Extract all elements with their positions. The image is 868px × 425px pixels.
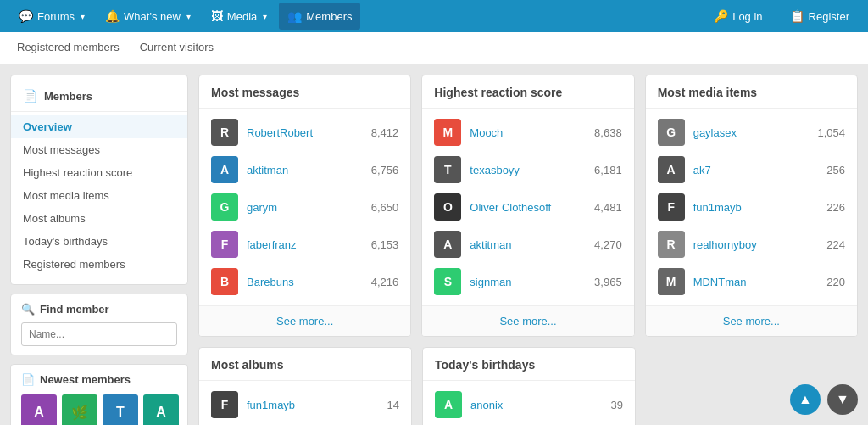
avatar: A [211, 156, 238, 183]
username-link[interactable]: realhornyboy [693, 238, 819, 251]
avatar: F [211, 391, 238, 418]
username-link[interactable]: garym [247, 201, 363, 214]
username-link[interactable]: Oliver Clothesoff [470, 201, 586, 214]
username-link[interactable]: aktitman [247, 164, 363, 176]
avatar: G [211, 193, 238, 221]
newest-members-icon: 📄 [21, 373, 35, 386]
avatar: G [658, 119, 685, 146]
sidebar-item-birthdays[interactable]: Today's birthdays [11, 230, 187, 253]
avatar: A [434, 231, 461, 258]
username-link[interactable]: Mooch [470, 126, 586, 139]
find-member-input[interactable] [21, 322, 177, 346]
username-link[interactable]: fun1mayb [247, 399, 379, 411]
username-link[interactable]: signman [470, 276, 586, 288]
count-value: 3,965 [594, 276, 622, 288]
avatar: B [211, 268, 238, 295]
highest-reaction-list: M Mooch 8,638 T texasboyy 6,181 [422, 109, 633, 305]
username-link[interactable]: gaylasex [693, 126, 810, 139]
nav-login[interactable]: 🔑 Log in [705, 3, 771, 30]
newest-member-avatar-0[interactable]: A [21, 394, 57, 425]
count-value: 4,270 [594, 238, 622, 251]
most-albums-list: F fun1mayb 14 Y yfdonno 12 S [199, 381, 411, 425]
see-more-reaction-button[interactable]: See more... [422, 305, 633, 336]
table-row: F fun1mayb 226 [646, 188, 857, 226]
username-link[interactable]: texasboyy [470, 164, 586, 176]
most-media-list: G gaylasex 1,054 A ak7 256 F [646, 109, 857, 305]
table-row: R RobertRobert 8,412 [199, 114, 410, 151]
username-link[interactable]: faberfranz [247, 238, 363, 251]
table-row: T texasboyy 6,181 [422, 151, 633, 188]
sidebar-item-overview[interactable]: Overview [11, 115, 187, 138]
username-link[interactable]: Barebuns [247, 276, 363, 288]
count-value: 224 [826, 238, 845, 251]
find-member-section: 🔍 Find member [10, 294, 188, 355]
most-messages-list: R RobertRobert 8,412 A aktitman 6,756 [199, 109, 410, 305]
table-row: M MDNTman 220 [646, 263, 857, 300]
newest-members-title: 📄 Newest members [21, 373, 177, 386]
nav-media-label: Media [227, 10, 257, 23]
table-row: F fun1mayb 14 [199, 386, 411, 423]
username-link[interactable]: anonix [470, 399, 603, 411]
whats-new-icon: 🔔 [105, 9, 120, 23]
see-more-messages-button[interactable]: See more... [199, 305, 410, 336]
username-link[interactable]: RobertRobert [247, 126, 363, 139]
subnav-registered[interactable]: Registered members [14, 32, 123, 64]
highest-reaction-panel: Highest reaction score M Mooch 8,638 T t… [421, 75, 634, 337]
table-row: A aktitman 4,270 [422, 226, 633, 263]
birthdays-title: Today's birthdays [423, 348, 635, 381]
members-menu-title: Members [44, 90, 92, 103]
nav-login-label: Log in [732, 10, 762, 23]
nav-media[interactable]: 🖼 Media ▾ [203, 3, 275, 30]
username-link[interactable]: MDNTman [693, 276, 819, 288]
table-row: S signman 3,965 [422, 263, 633, 300]
scroll-up-button[interactable]: ▲ [790, 384, 821, 415]
avatar: T [434, 156, 461, 183]
table-row: R realhornyboy 224 [646, 226, 857, 263]
avatar: O [434, 193, 461, 221]
nav-members[interactable]: 👥 Members [279, 3, 360, 30]
register-icon: 📋 [790, 9, 804, 23]
avatar: R [211, 119, 238, 146]
sidebar-item-most-messages[interactable]: Most messages [11, 138, 187, 161]
table-row: G gaylasex 1,054 [646, 114, 857, 151]
table-row: A aktitman 6,756 [199, 151, 410, 188]
login-icon: 🔑 [714, 9, 728, 23]
username-link[interactable]: ak7 [693, 164, 819, 176]
content-area: Most messages R RobertRobert 8,412 A akt… [198, 75, 858, 425]
table-row: G garym 6,650 [199, 188, 410, 226]
sidebar-item-most-albums[interactable]: Most albums [11, 207, 187, 230]
nav-forums[interactable]: 💬 Forums ▾ [10, 3, 93, 30]
sidebar-item-registered[interactable]: Registered members [11, 253, 187, 276]
most-albums-panel: Most albums F fun1mayb 14 Y yfdonno [198, 347, 412, 425]
most-media-panel: Most media items G gaylasex 1,054 A ak7 [645, 75, 858, 337]
nav-whats-new-label: What's new [124, 10, 181, 23]
newest-member-avatar-3[interactable]: A [143, 394, 179, 425]
top-nav-right: 🔑 Log in 📋 Register [705, 3, 858, 30]
see-more-media-button[interactable]: See more... [646, 305, 857, 336]
nav-register[interactable]: 📋 Register [782, 3, 858, 30]
nav-register-label: Register [809, 10, 849, 23]
newest-member-avatar-2[interactable]: T [103, 394, 138, 425]
members-menu: 📄 Members Overview Most messages Highest… [10, 75, 188, 285]
sidebar-item-highest-reaction[interactable]: Highest reaction score [11, 161, 187, 184]
most-albums-title: Most albums [199, 348, 411, 381]
nav-whats-new[interactable]: 🔔 What's new ▾ [97, 3, 199, 30]
username-link[interactable]: fun1mayb [693, 201, 819, 214]
birthdays-list: A anonix 39 [423, 381, 635, 425]
forums-chevron: ▾ [81, 12, 85, 21]
nav-members-label: Members [306, 10, 352, 23]
count-value: 14 [387, 399, 399, 411]
username-link[interactable]: aktitman [470, 238, 586, 251]
newest-member-avatars: A 🌿 T A C T M N [21, 394, 177, 425]
members-menu-header: 📄 Members [11, 84, 187, 112]
table-row: O Oliver Clothesoff 4,481 [422, 188, 633, 226]
table-row: F faberfranz 6,153 [199, 226, 410, 263]
scroll-down-button[interactable]: ▼ [827, 384, 858, 415]
birthdays-panel: Today's birthdays A anonix 39 [422, 347, 636, 425]
subnav-visitors[interactable]: Current visitors [136, 32, 217, 64]
newest-member-avatar-1[interactable]: 🌿 [62, 394, 97, 425]
sidebar-item-most-media[interactable]: Most media items [11, 184, 187, 207]
count-value: 226 [826, 201, 845, 214]
count-value: 1,054 [817, 126, 845, 139]
top-navigation: 💬 Forums ▾ 🔔 What's new ▾ 🖼 Media ▾ 👥 Me… [0, 0, 868, 32]
